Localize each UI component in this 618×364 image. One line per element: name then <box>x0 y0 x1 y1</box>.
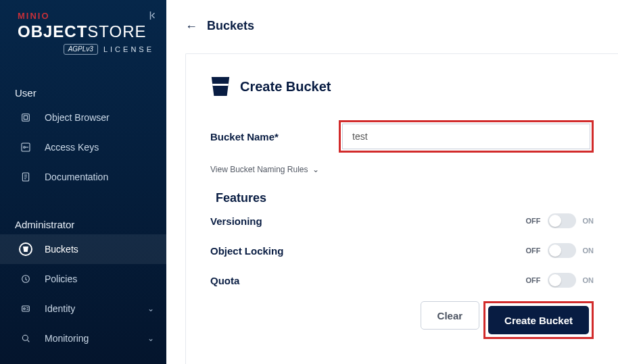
form-actions: Clear Create Bucket <box>210 301 594 339</box>
docs-icon <box>19 170 32 184</box>
feature-label: Versioning <box>210 215 262 227</box>
nav-item-buckets[interactable]: Buckets <box>0 234 166 264</box>
nav-item-label: Identity <box>45 303 75 314</box>
feature-row-versioning: Versioning OFF ON <box>210 205 594 235</box>
bucket-icon <box>19 242 32 256</box>
sidebar: MINIO OBJECTSTORE AGPLv3 LICENSE User Ob… <box>0 0 166 364</box>
toggle-off-label: OFF <box>526 276 541 284</box>
versioning-toggle[interactable] <box>548 213 576 228</box>
naming-rules-label: View Bucket Naming Rules <box>210 165 308 174</box>
minio-logo: MINIO <box>18 11 154 21</box>
nav-item-label: Access Keys <box>45 142 99 153</box>
nav-item-documentation[interactable]: Documentation <box>0 162 166 192</box>
bucket-name-input[interactable] <box>342 124 590 149</box>
bucket-icon <box>210 77 231 96</box>
nav-heading-admin: Administrator <box>0 215 166 234</box>
nav-item-label: Object Browser <box>45 112 110 123</box>
feature-label: Object Locking <box>210 245 283 257</box>
main-content: ← Buckets Create Bucket Bucket Name* Vie… <box>166 0 618 364</box>
nav-heading-user: User <box>0 83 166 103</box>
panel-title-row: Create Bucket <box>210 77 594 96</box>
toggle-off-label: OFF <box>526 246 541 255</box>
view-naming-rules-link[interactable]: View Bucket Naming Rules ⌄ <box>210 165 319 174</box>
toggle-on-label: ON <box>583 217 594 225</box>
sidebar-collapse-icon[interactable] <box>147 9 160 25</box>
nav-item-label: Buckets <box>45 244 78 255</box>
nav-item-label: Policies <box>45 274 77 284</box>
feature-row-object-locking: Object Locking OFF ON <box>210 235 594 265</box>
toggle-on-label: ON <box>583 246 594 255</box>
nav-section-user: User Object Browser Access Keys Document… <box>0 83 166 192</box>
keys-icon <box>19 140 32 154</box>
quota-toggle[interactable] <box>548 273 576 288</box>
nav-item-policies[interactable]: Policies <box>0 264 166 294</box>
license-row: AGPLv3 LICENSE <box>18 44 154 55</box>
svg-rect-0 <box>22 114 30 122</box>
license-text: LICENSE <box>103 45 154 53</box>
create-bucket-panel: Create Bucket Bucket Name* View Bucket N… <box>185 53 618 364</box>
monitoring-icon <box>19 332 32 345</box>
nav-item-label: Monitoring <box>45 333 89 344</box>
bucket-name-highlight <box>339 120 594 153</box>
svg-point-3 <box>24 147 26 149</box>
nav-item-identity[interactable]: Identity ⌄ <box>0 294 166 323</box>
svg-point-7 <box>24 308 26 310</box>
svg-point-8 <box>22 335 28 340</box>
svg-rect-1 <box>24 115 27 119</box>
breadcrumb[interactable]: Buckets <box>207 19 254 33</box>
agpl-badge: AGPLv3 <box>64 44 98 55</box>
object-store-title: OBJECTSTORE <box>18 22 154 41</box>
object-locking-toggle[interactable] <box>548 243 576 258</box>
nav-section-admin: Administrator Buckets Policies Identity … <box>0 215 166 353</box>
bucket-name-row: Bucket Name* <box>210 120 594 153</box>
feature-label: Quota <box>210 275 239 286</box>
back-arrow-icon[interactable]: ← <box>185 20 197 32</box>
features-heading: Features <box>210 191 594 205</box>
create-button-highlight: Create Bucket <box>483 301 594 339</box>
toggle-off-label: OFF <box>526 217 541 225</box>
object-browser-icon <box>19 111 32 124</box>
topbar: ← Buckets <box>166 0 618 53</box>
identity-icon <box>19 302 32 315</box>
clear-button[interactable]: Clear <box>421 301 480 330</box>
feature-row-quota: Quota OFF ON <box>210 265 594 294</box>
create-bucket-button[interactable]: Create Bucket <box>488 306 589 334</box>
nav-item-object-browser[interactable]: Object Browser <box>0 103 166 132</box>
policy-icon <box>19 272 32 286</box>
nav-item-monitoring[interactable]: Monitoring ⌄ <box>0 323 166 353</box>
nav-item-access-keys[interactable]: Access Keys <box>0 132 166 162</box>
bucket-name-label: Bucket Name* <box>210 131 298 142</box>
nav-item-label: Documentation <box>45 172 108 182</box>
chevron-down-icon: ⌄ <box>147 334 154 343</box>
chevron-down-icon: ⌄ <box>312 165 319 174</box>
panel-title: Create Bucket <box>240 79 331 95</box>
toggle-on-label: ON <box>583 276 594 284</box>
branding-block: MINIO OBJECTSTORE AGPLv3 LICENSE <box>0 0 166 60</box>
chevron-down-icon: ⌄ <box>147 304 154 313</box>
